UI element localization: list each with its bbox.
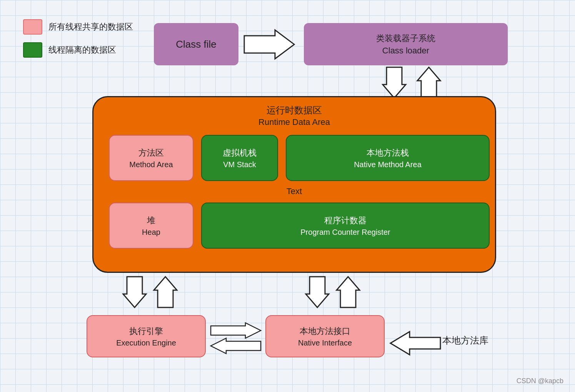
execution-engine-zh: 执行引擎 — [129, 326, 163, 337]
class-file-text: Class file — [176, 38, 216, 50]
double-arrows-mid — [211, 323, 261, 354]
runtime-title-zh: 运行时数据区 — [93, 104, 495, 116]
svg-marker-8 — [211, 338, 261, 354]
legend-isolated-box — [23, 42, 42, 58]
svg-marker-2 — [417, 67, 440, 98]
native-method-area-zh: 本地方法栈 — [367, 147, 409, 159]
text-label: Text — [93, 186, 495, 196]
svg-marker-3 — [123, 277, 146, 307]
native-interface-zh: 本地方法接口 — [300, 326, 350, 337]
execution-engine-box: 执行引擎 Execution Engine — [87, 315, 206, 357]
vm-stack-box: 虚拟机栈 VM Stack — [201, 135, 278, 181]
legend-shared-label: 所有线程共享的数据区 — [48, 21, 133, 33]
program-counter-zh: 程序计数器 — [324, 215, 367, 226]
svg-marker-9 — [390, 332, 440, 355]
legend-isolated-label: 线程隔离的数据区 — [48, 44, 116, 56]
watermark: CSDN @kapcb — [517, 377, 563, 385]
legend: 所有线程共享的数据区 线程隔离的数据区 — [23, 19, 133, 65]
vm-stack-zh: 虚拟机栈 — [223, 147, 257, 159]
runtime-area: 运行时数据区 Runtime Data Area 方法区 Method Area… — [92, 96, 496, 273]
native-interface-en: Native Interface — [298, 339, 352, 347]
arrow-up-left — [154, 277, 177, 307]
heap-box: 堆 Heap — [109, 203, 193, 249]
heap-zh: 堆 — [147, 215, 155, 226]
diagram-container: 所有线程共享的数据区 线程隔离的数据区 Class file 类装载器子系统 C… — [15, 8, 554, 377]
program-counter-en: Program Counter Register — [300, 228, 390, 237]
inner-row-2: 堆 Heap 程序计数器 Program Counter Register — [109, 203, 495, 249]
arrow-native-lib — [390, 332, 440, 355]
runtime-title-en: Runtime Data Area — [93, 117, 495, 127]
native-method-area-box: 本地方法栈 Native Method Area — [286, 135, 490, 181]
arrow-classfile-to-classloader — [244, 30, 294, 59]
legend-shared-box — [23, 19, 42, 35]
class-loader-zh: 类装载器子系统 — [376, 33, 435, 44]
svg-marker-0 — [244, 30, 294, 59]
svg-marker-5 — [306, 277, 329, 307]
method-area-zh: 方法区 — [138, 147, 164, 159]
native-method-area-en: Native Method Area — [354, 160, 422, 169]
inner-row-1: 方法区 Method Area 虚拟机栈 VM Stack 本地方法栈 Nati… — [109, 135, 495, 181]
vm-stack-en: VM Stack — [223, 160, 256, 169]
arrow-runtime-up — [417, 67, 440, 98]
svg-marker-7 — [211, 323, 261, 338]
native-interface-box: 本地方法接口 Native Interface — [265, 315, 385, 357]
svg-marker-1 — [383, 67, 406, 98]
class-loader-box: 类装载器子系统 Class loader — [304, 23, 508, 65]
arrow-down-mid — [306, 277, 329, 307]
heap-en: Heap — [142, 228, 160, 237]
arrow-down-left — [123, 277, 146, 307]
execution-engine-en: Execution Engine — [116, 339, 176, 347]
svg-marker-4 — [154, 277, 177, 307]
legend-isolated: 线程隔离的数据区 — [23, 42, 133, 58]
arrow-up-mid — [337, 277, 360, 307]
method-area-box: 方法区 Method Area — [109, 135, 193, 181]
class-file-box: Class file — [154, 23, 238, 65]
program-counter-box: 程序计数器 Program Counter Register — [201, 203, 490, 249]
native-lib-text: 本地方法库 — [442, 334, 488, 347]
class-loader-en: Class loader — [382, 46, 429, 56]
svg-marker-6 — [337, 277, 360, 307]
method-area-en: Method Area — [129, 160, 173, 169]
arrow-classloader-down — [383, 67, 406, 98]
legend-shared: 所有线程共享的数据区 — [23, 19, 133, 35]
